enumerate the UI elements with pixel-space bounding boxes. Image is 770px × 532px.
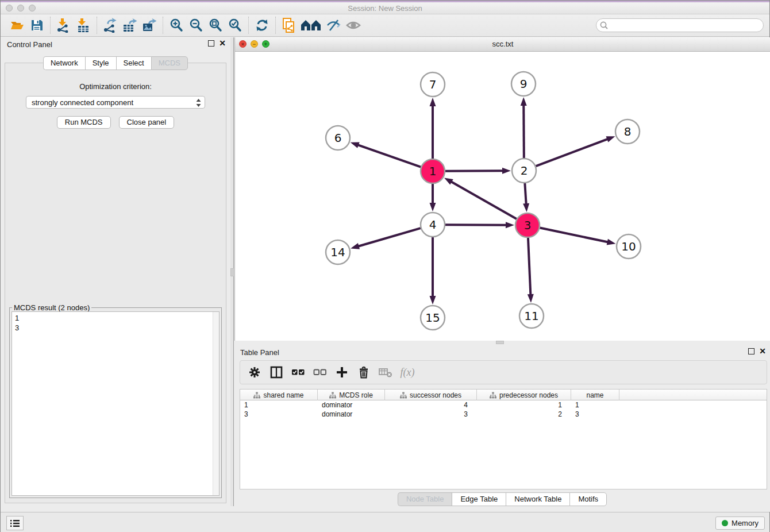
float-panel-icon[interactable] bbox=[208, 40, 214, 47]
application-window: Session: New Session bbox=[0, 0, 770, 532]
graph-arrowhead-1-4 bbox=[430, 203, 436, 211]
table-panel: Table Panel ✕ bbox=[234, 345, 770, 512]
graph-node-label-4: 4 bbox=[429, 218, 437, 232]
titlebar: Session: New Session bbox=[1, 2, 769, 14]
export-image-icon[interactable] bbox=[140, 16, 159, 34]
toolbar-separator bbox=[97, 17, 97, 34]
column-header-shared-name[interactable]: shared name bbox=[240, 390, 318, 400]
search-icon bbox=[596, 20, 610, 30]
float-table-panel-icon[interactable] bbox=[748, 348, 754, 354]
tab-mcds[interactable]: MCDS bbox=[151, 56, 188, 70]
table-row[interactable]: 3dominator323 bbox=[240, 410, 767, 419]
status-bar: Memory bbox=[1, 512, 769, 532]
graph-edge-1-2[interactable] bbox=[445, 171, 504, 171]
zoom-fit-icon[interactable] bbox=[206, 16, 225, 34]
search-input[interactable] bbox=[610, 21, 763, 30]
network-graph[interactable]: 7968124314101511 bbox=[235, 52, 770, 341]
zoom-in-icon[interactable] bbox=[167, 16, 186, 34]
criterion-select-value: strongly connected component bbox=[32, 98, 133, 107]
tab-node-table[interactable]: Node Table bbox=[398, 492, 452, 506]
graph-node-label-2: 2 bbox=[521, 164, 528, 178]
toolbar-separator bbox=[275, 17, 276, 34]
control-panel-title: Control Panel bbox=[7, 40, 52, 49]
close-panel-icon[interactable]: ✕ bbox=[219, 40, 226, 47]
close-table-panel-icon[interactable]: ✕ bbox=[759, 348, 766, 354]
tab-motifs[interactable]: Motifs bbox=[569, 492, 607, 506]
table-tabs: Node Table Edge Table Network Table Moti… bbox=[234, 492, 770, 506]
save-icon[interactable] bbox=[27, 16, 47, 34]
tab-network-table[interactable]: Network Table bbox=[506, 492, 569, 506]
column-header-MCDS-role[interactable]: MCDS role bbox=[318, 390, 385, 400]
mcds-result-textarea[interactable]: 1 3 bbox=[11, 311, 220, 496]
tab-select[interactable]: Select bbox=[116, 56, 151, 70]
network-canvas[interactable]: 7968124314101511 bbox=[235, 52, 770, 341]
main-toolbar bbox=[1, 14, 769, 37]
window-title: Session: New Session bbox=[1, 4, 769, 13]
column-header-label: name bbox=[586, 391, 603, 399]
vertical-splitter-handle[interactable] bbox=[230, 268, 234, 276]
network-window-title: scc.txt bbox=[235, 40, 770, 48]
select-all-checked-icon[interactable] bbox=[288, 363, 308, 382]
table-row[interactable]: 1dominator411 bbox=[240, 400, 767, 410]
graph-edge-2-3[interactable] bbox=[525, 183, 526, 205]
table-cell: dominator bbox=[318, 400, 385, 410]
delete-table-icon bbox=[376, 363, 395, 382]
control-panel-tabs: Network Style Select MCDS bbox=[1, 56, 230, 70]
memory-button[interactable]: Memory bbox=[715, 516, 765, 530]
graph-node-label-3: 3 bbox=[524, 218, 532, 232]
open-folder-icon[interactable] bbox=[7, 16, 27, 34]
network-maximize-button[interactable]: + bbox=[262, 40, 270, 48]
graph-arrowhead-2-8 bbox=[606, 136, 615, 142]
tab-style[interactable]: Style bbox=[85, 56, 116, 70]
import-network-icon[interactable] bbox=[54, 16, 74, 34]
show-all-eye-icon bbox=[344, 16, 363, 34]
graph-edge-2-9[interactable] bbox=[523, 104, 524, 158]
horizontal-splitter-handle[interactable] bbox=[496, 341, 504, 344]
graph-edge-2-8[interactable] bbox=[536, 138, 609, 166]
task-history-button[interactable] bbox=[6, 516, 24, 530]
run-mcds-button[interactable]: Run MCDS bbox=[57, 116, 111, 129]
toolbar-separator bbox=[163, 17, 163, 34]
export-network-icon[interactable] bbox=[101, 16, 120, 34]
network-window-titlebar[interactable]: × − + scc.txt bbox=[235, 37, 770, 52]
first-neighbors-icon[interactable] bbox=[299, 16, 324, 34]
network-minimize-button[interactable]: − bbox=[251, 40, 258, 48]
graph-edge-3-1[interactable] bbox=[450, 181, 516, 219]
apply-layout-icon[interactable] bbox=[252, 16, 272, 34]
tab-network[interactable]: Network bbox=[43, 56, 85, 70]
table-cell: 1 bbox=[571, 400, 619, 410]
graph-arrowhead-2-3 bbox=[523, 203, 529, 212]
result-scrollbar[interactable] bbox=[213, 312, 219, 495]
tab-edge-table[interactable]: Edge Table bbox=[452, 492, 506, 506]
add-column-icon[interactable] bbox=[332, 363, 352, 382]
mcds-panel-body: Optimization criterion: strongly connect… bbox=[5, 63, 226, 503]
graph-node-label-7: 7 bbox=[429, 78, 437, 91]
hide-selected-eye-icon[interactable] bbox=[324, 16, 344, 34]
split-columns-icon[interactable] bbox=[267, 363, 286, 382]
delete-column-trash-icon[interactable] bbox=[354, 363, 374, 382]
graph-edge-4-14[interactable] bbox=[357, 228, 421, 246]
network-from-selection-icon[interactable] bbox=[279, 16, 299, 34]
column-header-predecessor-nodes[interactable]: predecessor nodes bbox=[477, 390, 571, 400]
deselect-all-icon[interactable] bbox=[310, 363, 330, 382]
graph-edge-3-11[interactable] bbox=[528, 238, 530, 296]
close-panel-button[interactable]: Close panel bbox=[119, 116, 175, 129]
table-cell: dominator bbox=[318, 410, 385, 419]
horizontal-splitter[interactable] bbox=[234, 341, 770, 345]
zoom-selected-icon[interactable] bbox=[225, 16, 245, 34]
column-header-name[interactable]: name bbox=[571, 390, 619, 400]
criterion-select[interactable]: strongly connected component bbox=[26, 96, 205, 109]
graph-edge-4-3[interactable] bbox=[445, 225, 507, 225]
network-close-button[interactable]: × bbox=[239, 40, 247, 48]
graph-edge-3-10[interactable] bbox=[540, 228, 609, 242]
toolbar-separator bbox=[50, 17, 51, 34]
zoom-out-icon[interactable] bbox=[186, 16, 206, 34]
graph-node-label-11: 11 bbox=[524, 309, 538, 323]
graph-node-label-10: 10 bbox=[621, 240, 636, 253]
export-table-icon[interactable] bbox=[120, 16, 140, 34]
settings-gear-icon[interactable] bbox=[245, 363, 264, 382]
import-table-icon[interactable] bbox=[74, 16, 93, 34]
graph-edge-1-6[interactable] bbox=[357, 145, 421, 167]
toolbar-search-field[interactable] bbox=[596, 18, 764, 32]
column-header-successor-nodes[interactable]: successor nodes bbox=[385, 390, 477, 400]
